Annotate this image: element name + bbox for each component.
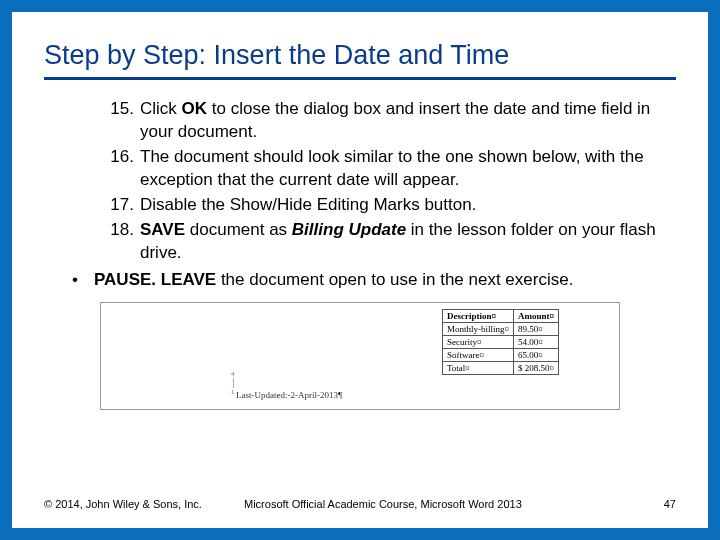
pause-line: • PAUSE. LEAVE the document open to use … xyxy=(72,269,676,292)
step-number: 15. xyxy=(100,98,134,121)
step-number: 17. xyxy=(100,194,134,217)
step-text: Disable the Show/Hide Editing Marks butt… xyxy=(140,195,476,214)
document-preview: Description¤ Amount¤ Monthly-billing¤ 89… xyxy=(100,302,620,410)
page-number: 47 xyxy=(664,498,676,510)
col-header: Description¤ xyxy=(442,309,513,322)
step-text: SAVE document as Billing Update in the l… xyxy=(140,220,656,262)
col-header: Amount¤ xyxy=(513,309,558,322)
table-row: Security¤ 54.00¤ xyxy=(442,335,558,348)
course-text: Microsoft Official Academic Course, Micr… xyxy=(244,498,522,510)
slide: Step by Step: Insert the Date and Time 1… xyxy=(12,12,708,528)
step-15: 15. Click OK to close the dialog box and… xyxy=(104,98,666,144)
step-number: 16. xyxy=(100,146,134,169)
last-updated-text: Last-Updated:-2-April-2013¶ xyxy=(236,390,342,400)
step-text: The document should look similar to the … xyxy=(140,147,644,189)
table-row: Description¤ Amount¤ xyxy=(442,309,558,322)
step-number: 18. xyxy=(100,219,134,242)
billing-table: Description¤ Amount¤ Monthly-billing¤ 89… xyxy=(442,309,559,375)
step-16: 16. The document should look similar to … xyxy=(104,146,666,192)
copyright-text: © 2014, John Wiley & Sons, Inc. xyxy=(44,498,202,510)
table-row: Total¤ $ 208.50¤ xyxy=(442,361,558,374)
step-list: 15. Click OK to close the dialog box and… xyxy=(104,98,666,265)
bullet-icon: • xyxy=(72,269,78,292)
ruler-mark: 4 1 xyxy=(231,371,234,395)
step-18: 18. SAVE document as Billing Update in t… xyxy=(104,219,666,265)
table-row: Software¤ 65.00¤ xyxy=(442,348,558,361)
step-17: 17. Disable the Show/Hide Editing Marks … xyxy=(104,194,666,217)
page-title: Step by Step: Insert the Date and Time xyxy=(44,40,676,80)
ruler-tick xyxy=(233,378,234,388)
table-row: Monthly-billing¤ 89.50¤ xyxy=(442,322,558,335)
step-text: Click OK to close the dialog box and ins… xyxy=(140,99,650,141)
